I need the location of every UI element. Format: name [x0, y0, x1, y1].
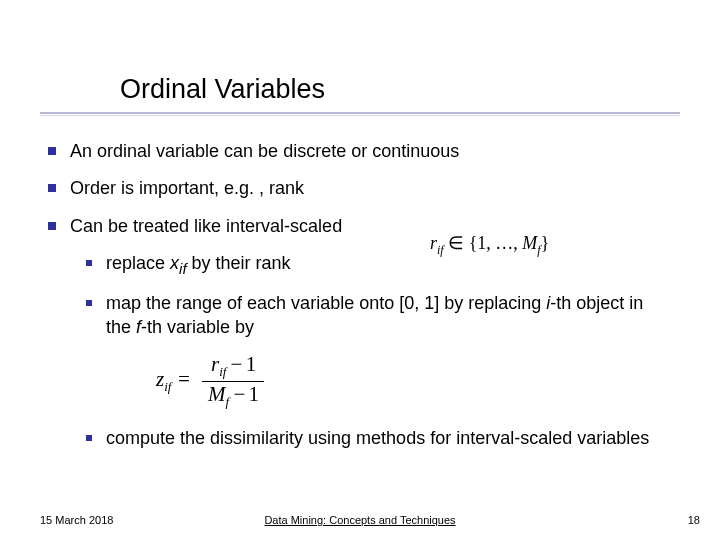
text: replace [106, 253, 170, 273]
content-area: An ordinal variable can be discrete or c… [48, 140, 678, 464]
footer-center: Data Mining: Concepts and Techniques [0, 514, 720, 526]
sub-bullets: replace xif by their rank map the range … [86, 252, 678, 450]
sub-bullet-3-text: compute the dissimilarity using methods … [106, 427, 666, 450]
footer-page-number: 18 [688, 514, 700, 526]
var-x: x [170, 253, 179, 273]
sub-bullet-2-text: map the range of each variable onto [0, … [106, 292, 666, 339]
bullet-1: An ordinal variable can be discrete or c… [48, 140, 678, 163]
eq-sign: = [171, 367, 190, 391]
var-x-sub: if [179, 260, 187, 277]
formula-fraction: rif − 1 Mf − 1 [202, 353, 264, 409]
fraction-numerator: rif − 1 [202, 353, 264, 381]
minus-one: − 1 [229, 382, 258, 406]
formula-rank-domain: rif ∈ {1, …, Mf} [430, 232, 549, 258]
square-bullet-icon [48, 184, 56, 192]
var-r: r [430, 233, 437, 253]
fraction-denominator: Mf − 1 [202, 382, 264, 409]
text: by their rank [187, 253, 291, 273]
var-M: M [522, 233, 537, 253]
title-divider-shadow [40, 115, 680, 116]
bullet-3-text: Can be treated like interval-scaled [70, 215, 678, 238]
bullet-1-text: An ordinal variable can be discrete or c… [70, 140, 678, 163]
bullet-2: Order is important, e.g. , rank [48, 177, 678, 200]
text: -th variable by [141, 317, 254, 337]
set-open: ∈ {1, …, [444, 233, 523, 253]
var-z: z [156, 367, 164, 391]
bullet-3: Can be treated like interval-scaled [48, 215, 678, 238]
sub-bullet-1: replace xif by their rank [86, 252, 678, 278]
bullet-2-text: Order is important, e.g. , rank [70, 177, 678, 200]
square-bullet-icon [86, 435, 92, 441]
slide-title: Ordinal Variables [120, 74, 325, 105]
formula-lhs: zif = [156, 366, 191, 396]
set-close: } [541, 233, 550, 253]
square-bullet-icon [86, 260, 92, 266]
square-bullet-icon [48, 222, 56, 230]
sub-bullet-2: map the range of each variable onto [0, … [86, 292, 678, 339]
title-divider [40, 112, 680, 114]
text: map the range of each variable onto [0, … [106, 293, 546, 313]
square-bullet-icon [86, 300, 92, 306]
square-bullet-icon [48, 147, 56, 155]
var-r: r [211, 352, 219, 376]
formula-z: zif = rif − 1 Mf − 1 [156, 353, 678, 409]
var-M: M [208, 382, 226, 406]
var-r-sub: if [437, 243, 444, 257]
sub-bullet-1-text: replace xif by their rank [106, 252, 666, 278]
slide: Ordinal Variables An ordinal variable ca… [0, 0, 720, 540]
minus-one: − 1 [226, 352, 255, 376]
sub-bullet-3: compute the dissimilarity using methods … [86, 427, 678, 450]
